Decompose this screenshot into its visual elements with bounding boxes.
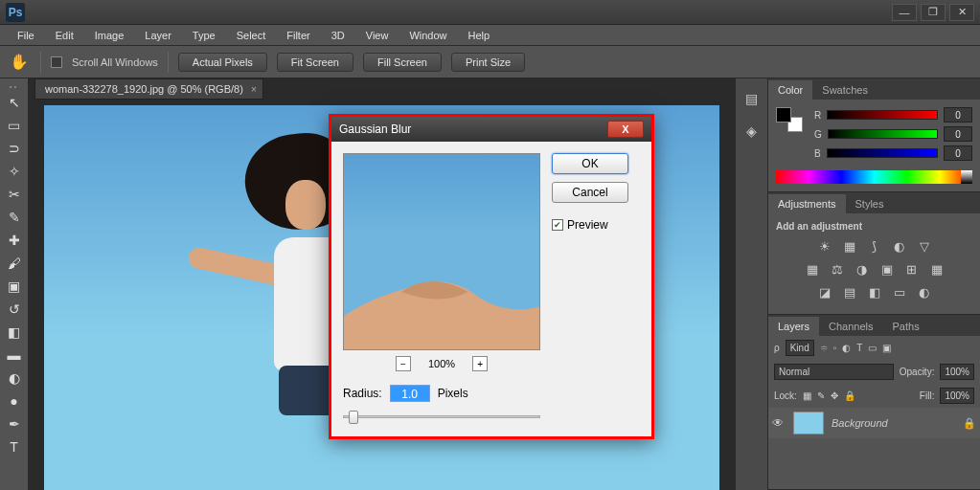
gradient-tool[interactable]: ▬: [3, 345, 26, 366]
dodge-tool[interactable]: ●: [3, 390, 26, 412]
spectrum-picker[interactable]: [776, 170, 972, 184]
dialog-close-button[interactable]: X: [607, 121, 644, 138]
preview-checkbox[interactable]: ✔: [552, 219, 563, 231]
exposure-icon[interactable]: ◐: [891, 237, 908, 255]
maximize-button[interactable]: ❐: [921, 4, 946, 21]
lock-trans-icon[interactable]: ▦: [803, 390, 811, 401]
fill-screen-button[interactable]: Fill Screen: [363, 53, 442, 72]
menu-file[interactable]: File: [8, 28, 44, 43]
radius-slider-thumb[interactable]: [349, 411, 358, 424]
radius-input[interactable]: 1.0: [390, 385, 430, 402]
balance-icon[interactable]: ⚖: [829, 260, 846, 278]
options-bar: ✋ Scroll All Windows Actual Pixels Fit S…: [0, 46, 980, 78]
toolbox-grip[interactable]: ••: [0, 82, 28, 90]
crop-tool[interactable]: ✂: [3, 184, 26, 205]
menu-layer[interactable]: Layer: [135, 28, 181, 43]
document-tab[interactable]: woman-332278_1920.jpg @ 50% (RGB/8) ×: [34, 78, 263, 100]
menu-view[interactable]: View: [356, 28, 399, 43]
cancel-button[interactable]: Cancel: [552, 182, 628, 203]
g-value[interactable]: 0: [944, 126, 972, 142]
bw-icon[interactable]: ◑: [854, 260, 871, 278]
ok-button[interactable]: OK: [552, 153, 628, 174]
dialog-title-bar[interactable]: Gaussian Blur X: [331, 117, 651, 142]
photo-filter-icon[interactable]: ▣: [878, 260, 896, 278]
filter-pixel-icon[interactable]: ▫: [833, 343, 837, 353]
tab-adjustments[interactable]: Adjustments: [768, 194, 846, 213]
filter-adjust-icon[interactable]: ◐: [842, 343, 851, 353]
lookup-icon[interactable]: ▦: [928, 260, 946, 278]
add-adjustment-label: Add an adjustment: [776, 221, 972, 232]
r-slider[interactable]: [827, 110, 938, 120]
visibility-icon[interactable]: 👁: [772, 416, 786, 430]
gaussian-blur-dialog: Gaussian Blur X − 100% + Radius: 1.0 Pix…: [329, 114, 654, 439]
r-value[interactable]: 0: [944, 107, 972, 122]
menu-window[interactable]: Window: [399, 28, 456, 43]
menu-3d[interactable]: 3D: [322, 28, 354, 43]
menu-filter[interactable]: Filter: [277, 28, 319, 43]
tab-color[interactable]: Color: [768, 80, 812, 100]
b-value[interactable]: 0: [944, 145, 972, 161]
healing-tool[interactable]: ✚: [3, 230, 26, 251]
lock-move-icon[interactable]: ✥: [831, 390, 838, 401]
blend-mode-select[interactable]: Normal: [774, 364, 894, 380]
preview-area[interactable]: [343, 153, 540, 350]
filter-type-icon[interactable]: T: [856, 343, 862, 353]
fit-screen-button[interactable]: Fit Screen: [277, 53, 353, 72]
zoom-out-button[interactable]: −: [396, 356, 411, 371]
foreground-background-swatch[interactable]: [776, 107, 803, 132]
history-brush-tool[interactable]: ↺: [3, 299, 26, 320]
fill-value[interactable]: 100%: [940, 388, 974, 404]
menu-help[interactable]: Help: [459, 28, 500, 43]
lasso-tool[interactable]: ⊃: [3, 138, 26, 159]
menu-type[interactable]: Type: [183, 28, 225, 43]
tab-paths[interactable]: Paths: [883, 317, 929, 336]
levels-icon[interactable]: ▦: [841, 237, 858, 255]
opacity-value[interactable]: 100%: [940, 364, 974, 380]
invert-icon[interactable]: ◪: [816, 283, 833, 301]
radius-slider[interactable]: [343, 408, 540, 425]
close-tab-icon[interactable]: ×: [251, 84, 257, 95]
threshold-icon[interactable]: ◧: [866, 283, 883, 301]
print-size-button[interactable]: Print Size: [451, 53, 525, 72]
properties-panel-icon[interactable]: ◈: [741, 121, 763, 142]
selective-icon[interactable]: ◐: [916, 283, 933, 301]
kind-select[interactable]: Kind: [786, 340, 814, 356]
menu-select[interactable]: Select: [227, 28, 276, 43]
brightness-icon[interactable]: ☀: [816, 237, 833, 255]
menu-image[interactable]: Image: [85, 28, 134, 43]
tab-styles[interactable]: Styles: [846, 194, 894, 213]
lock-paint-icon[interactable]: ✎: [817, 390, 825, 401]
eyedropper-tool[interactable]: ✎: [3, 207, 26, 228]
type-tool[interactable]: T: [3, 436, 26, 457]
mixer-icon[interactable]: ⊞: [903, 260, 921, 278]
filter-smart-icon[interactable]: ▣: [882, 343, 891, 353]
scroll-all-checkbox[interactable]: [51, 56, 62, 68]
stamp-tool[interactable]: ▣: [3, 276, 26, 297]
close-window-button[interactable]: ✕: [949, 4, 974, 21]
b-slider[interactable]: [827, 148, 938, 158]
actual-pixels-button[interactable]: Actual Pixels: [178, 53, 267, 72]
curves-icon[interactable]: ⟆: [866, 237, 883, 255]
marquee-tool[interactable]: ▭: [3, 115, 26, 136]
tab-layers[interactable]: Layers: [768, 317, 819, 336]
history-panel-icon[interactable]: ▤: [741, 88, 763, 109]
filter-shape-icon[interactable]: ▭: [868, 343, 877, 353]
pen-tool[interactable]: ✒: [3, 413, 26, 434]
map-icon[interactable]: ▭: [891, 283, 908, 301]
magic-wand-tool[interactable]: ✧: [3, 161, 26, 182]
lock-all-icon[interactable]: 🔒: [844, 390, 855, 401]
tab-channels[interactable]: Channels: [819, 317, 882, 336]
move-tool[interactable]: ↖: [3, 92, 26, 113]
vibrance-icon[interactable]: ▽: [916, 237, 933, 255]
zoom-in-button[interactable]: +: [472, 356, 488, 371]
minimize-button[interactable]: —: [892, 4, 917, 21]
layer-background[interactable]: 👁 Background 🔒: [768, 408, 980, 438]
blur-tool[interactable]: ◐: [3, 368, 26, 389]
tab-swatches[interactable]: Swatches: [812, 80, 877, 100]
hue-icon[interactable]: ▦: [804, 260, 821, 278]
posterize-icon[interactable]: ▤: [841, 283, 858, 301]
g-slider[interactable]: [828, 129, 938, 139]
eraser-tool[interactable]: ◧: [3, 322, 26, 343]
menu-edit[interactable]: Edit: [46, 28, 83, 43]
brush-tool[interactable]: 🖌: [3, 253, 26, 274]
